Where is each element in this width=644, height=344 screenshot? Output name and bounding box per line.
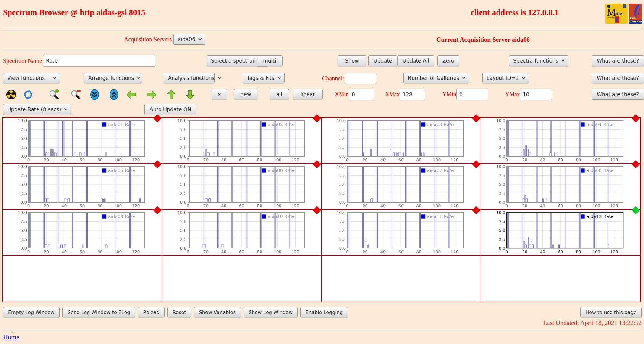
svg-text:40: 40 (62, 157, 67, 162)
svg-text:120: 120 (132, 157, 140, 162)
layout-id-dropdown[interactable]: Layout ID=1 (482, 73, 529, 83)
chart-cell-aida07[interactable]: 0.02.55.07.510.0020406080100120aida07 Ra… (322, 164, 481, 209)
show-button[interactable]: Show (338, 55, 366, 66)
svg-text:5.0: 5.0 (20, 228, 27, 233)
svg-text:2.5: 2.5 (180, 145, 186, 150)
home-link[interactable]: Home (3, 333, 19, 341)
current-acquisition-server: Current Acquisition Server aida06 (436, 36, 530, 44)
radiation-icon[interactable] (5, 89, 17, 100)
svg-text:2.5: 2.5 (339, 237, 346, 242)
x-button[interactable]: x (212, 89, 227, 99)
move-down-icon[interactable] (184, 89, 196, 100)
number-of-galleries-dropdown[interactable]: Number of Galleries (403, 73, 469, 83)
move-right-icon[interactable] (146, 89, 157, 100)
chart-cell-aida02[interactable]: 0.02.55.07.510.0020406080100120aida02 Ra… (162, 118, 321, 163)
how-to-use-button[interactable]: How to use this page (580, 307, 642, 317)
update-rate-dropdown[interactable]: Update Rate (8 secs) (3, 104, 71, 115)
spectrum-chart: 0.02.55.07.510.0020406080100120aida09 Ra… (17, 210, 147, 255)
svg-text:60: 60 (79, 203, 85, 208)
svg-text:2.5: 2.5 (499, 145, 505, 150)
svg-text:100: 100 (433, 203, 441, 208)
client-address: client address is 127.0.0.1 (471, 8, 559, 17)
linear-button[interactable]: linear (293, 89, 323, 99)
analysis-functions-dropdown[interactable]: Analysis functions (164, 73, 215, 83)
scroll-up-icon[interactable] (108, 89, 120, 100)
svg-text:80: 80 (257, 203, 262, 208)
svg-text:aida05 Rate: aida05 Rate (108, 168, 135, 173)
empty-log-window-button[interactable]: Empty Log Window (3, 307, 60, 317)
svg-text:0: 0 (27, 157, 30, 162)
svg-text:0.0: 0.0 (499, 200, 505, 205)
multi-button[interactable]: multi (257, 55, 283, 66)
update-rate-label: Update Rate (8 secs) (7, 106, 61, 112)
chart-cell-aida09[interactable]: 0.02.55.07.510.0020406080100120aida09 Ra… (3, 210, 162, 255)
svg-text:20: 20 (203, 203, 208, 208)
move-up-icon[interactable] (166, 89, 177, 100)
zoom-in-icon[interactable] (48, 89, 60, 100)
arrange-functions-dropdown[interactable]: Arrange functions (84, 73, 142, 83)
tags-fits-dropdown[interactable]: Tags & Fits (243, 73, 285, 83)
channel-input[interactable] (345, 73, 376, 84)
svg-text:100: 100 (592, 157, 600, 162)
view-functions-dropdown[interactable]: View functions (3, 73, 60, 83)
enable-logging-button[interactable]: Enable Logging (300, 307, 348, 317)
new-button[interactable]: new (234, 89, 257, 99)
svg-text:0: 0 (346, 157, 349, 162)
reset-button[interactable]: Reset (167, 307, 191, 317)
svg-text:100: 100 (114, 157, 122, 162)
what-are-these-button-1[interactable]: What are these? (592, 55, 644, 66)
spectrum-browser-page: Spectrum Browser @ http aidas-gsi 8015 c… (0, 0, 644, 344)
arrange-functions-label: Arrange functions (88, 75, 134, 81)
chart-cell-aida12[interactable]: 0.02.55.07.510.0020406080100120aida12 Ra… (481, 210, 640, 255)
spectra-functions-dropdown[interactable]: Spectra functions (509, 55, 568, 66)
svg-text:40: 40 (62, 249, 67, 254)
send-log-window-to-elog-button[interactable]: Send Log Window to ELog (62, 307, 135, 317)
refresh-icon[interactable] (22, 89, 34, 100)
show-variables-button[interactable]: Show Variables (194, 307, 241, 317)
chart-cell-aida08[interactable]: 0.02.55.07.510.0020406080100120aida08 Ra… (481, 164, 640, 209)
svg-text:10.0: 10.0 (496, 118, 505, 123)
ymin-input[interactable] (456, 89, 488, 100)
what-are-these-button-3[interactable]: What are these? (592, 89, 644, 100)
svg-text:2.5: 2.5 (180, 237, 186, 242)
spectrum-chart: 0.02.55.07.510.0020406080100120aida08 Ra… (496, 164, 626, 209)
chart-cell-aida10[interactable]: 0.02.55.07.510.0020406080100120aida10 Ra… (162, 210, 321, 255)
xmax-input[interactable] (400, 89, 425, 100)
reload-button[interactable]: Reload (138, 307, 165, 317)
chart-cell-aida04[interactable]: 0.02.55.07.510.0020406080100120aida04 Ra… (481, 118, 640, 163)
ymax-input[interactable] (520, 89, 552, 100)
svg-text:0: 0 (27, 203, 30, 208)
scroll-down-icon[interactable] (89, 89, 100, 100)
zero-button[interactable]: Zero (437, 55, 459, 66)
acquisition-servers-label: Acquisition Servers (124, 36, 172, 43)
chart-cell-aida11[interactable]: 0.02.55.07.510.0020406080100120aida11 Ra… (322, 210, 481, 255)
chart-cell-aida01[interactable]: 0.02.55.07.510.0020406080100120aida01 Ra… (3, 118, 162, 163)
spectra-functions-label: Spectra functions (513, 58, 558, 64)
show-log-window-button[interactable]: Show Log Window (244, 307, 298, 317)
spectrum-name-input[interactable] (43, 55, 155, 67)
svg-text:60: 60 (239, 157, 244, 162)
svg-text:0.0: 0.0 (339, 200, 346, 205)
move-left-icon[interactable] (126, 89, 137, 100)
svg-text:20: 20 (203, 249, 208, 254)
chevron-down-icon (522, 76, 525, 79)
svg-text:100: 100 (273, 203, 281, 208)
svg-text:80: 80 (97, 249, 102, 254)
status-marker-icon (472, 114, 480, 122)
auto-update-button[interactable]: Auto Update ON (144, 104, 196, 115)
spectrum-chart: 0.02.55.07.510.0020406080100120aida11 Ra… (336, 210, 466, 255)
svg-text:10.0: 10.0 (18, 118, 27, 123)
xmin-input[interactable] (349, 89, 374, 100)
acquisition-server-select[interactable]: aida06 (173, 34, 205, 45)
update-button[interactable]: Update (368, 55, 397, 66)
svg-text:10.0: 10.0 (337, 118, 346, 123)
chart-cell-aida06[interactable]: 0.02.55.07.510.0020406080100120aida06 Ra… (162, 164, 321, 209)
chart-cell-aida05[interactable]: 0.02.55.07.510.0020406080100120aida05 Ra… (3, 164, 162, 209)
zoom-out-icon[interactable] (70, 89, 82, 100)
what-are-these-button-2[interactable]: What are these? (592, 73, 644, 83)
spectrum-chart: 0.02.55.07.510.0020406080100120aida12 Ra… (496, 210, 626, 255)
chart-cell-aida03[interactable]: 0.02.55.07.510.0020406080100120aida03 Ra… (322, 118, 481, 163)
update-all-button[interactable]: Update All (397, 55, 434, 66)
svg-text:0: 0 (506, 157, 508, 162)
all-button[interactable]: all (270, 89, 289, 99)
